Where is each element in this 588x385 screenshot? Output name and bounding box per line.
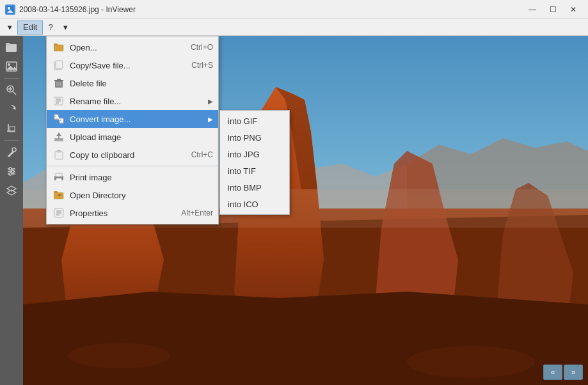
- svg-marker-12: [13, 107, 15, 110]
- menu-item-copy-save-label: Copy/Save file...: [70, 61, 186, 70]
- sidebar-layers-icon[interactable]: [3, 182, 20, 200]
- menu-item-properties[interactable]: Properties Alt+Enter: [47, 204, 218, 222]
- menubar: ▾ Edit ? ▾: [0, 19, 588, 36]
- svg-point-37: [407, 346, 535, 378]
- submenu-item-jpg[interactable]: into JPG: [220, 146, 289, 162]
- menu-item-open[interactable]: Open... Ctrl+O: [47, 38, 218, 56]
- edit-menu-button[interactable]: Edit: [17, 20, 43, 35]
- submenu-bmp-label: into BMP: [228, 183, 262, 192]
- svg-point-1: [8, 7, 10, 10]
- submenu-ico-label: into ICO: [228, 200, 258, 209]
- menu-item-clipboard-shortcut: Ctrl+C: [191, 150, 213, 159]
- minimize-button[interactable]: —: [523, 3, 542, 16]
- menu-item-convert-label: Convert image...: [70, 114, 205, 124]
- directory-icon: [52, 188, 66, 202]
- menu-item-directory-label: Open Directory: [70, 191, 213, 200]
- svg-point-6: [8, 63, 10, 66]
- sidebar-crop-icon[interactable]: [3, 120, 20, 138]
- menu-item-properties-shortcut: Alt+Enter: [181, 208, 213, 217]
- submenu-item-ico[interactable]: into ICO: [220, 196, 289, 212]
- prev-button[interactable]: «: [543, 365, 562, 380]
- svg-line-59: [58, 117, 60, 120]
- sidebar-rotate-icon[interactable]: [3, 100, 20, 118]
- nav-arrows: « »: [543, 365, 583, 380]
- menu-item-open-shortcut: Ctrl+O: [191, 43, 213, 52]
- copy-save-icon: [52, 58, 66, 72]
- dropdown-arrow-button[interactable]: ▾: [3, 20, 17, 35]
- svg-point-16: [12, 148, 16, 152]
- svg-point-57: [60, 120, 61, 121]
- submenu-tif-label: into TIF: [228, 166, 256, 176]
- menu-item-copy-save[interactable]: Copy/Save file... Ctrl+S: [47, 56, 218, 74]
- svg-marker-61: [56, 132, 61, 136]
- sidebar: [0, 36, 23, 385]
- submenu-item-bmp[interactable]: into BMP: [220, 179, 289, 196]
- sidebar-image-icon[interactable]: [3, 58, 20, 75]
- help-arrow-button[interactable]: ▾: [58, 20, 73, 35]
- menu-item-delete[interactable]: Delete file: [47, 74, 218, 92]
- upload-icon: [52, 130, 66, 144]
- svg-line-9: [13, 91, 16, 95]
- submenu: into GIF into PNG into JPG into TIF into…: [219, 110, 290, 215]
- svg-rect-4: [6, 43, 10, 45]
- folder-open-icon: [52, 40, 66, 54]
- maximize-button[interactable]: ☐: [543, 3, 562, 16]
- window-title: 2008-03-14-135926.jpg - InViewer: [19, 5, 136, 14]
- svg-marker-23: [7, 186, 16, 191]
- titlebar: 2008-03-14-135926.jpg - InViewer — ☐ ✕: [0, 0, 588, 19]
- menu-item-clipboard[interactable]: Copy to clipboard Ctrl+C: [47, 146, 218, 164]
- svg-point-21: [12, 170, 14, 173]
- svg-rect-68: [54, 192, 63, 199]
- svg-point-22: [9, 173, 12, 175]
- menu-item-upload-label: Upload image: [70, 132, 213, 142]
- menu-item-print[interactable]: Print image: [47, 168, 218, 186]
- svg-rect-69: [54, 191, 58, 193]
- rename-icon: [52, 94, 66, 108]
- menu-item-convert[interactable]: Convert image... ▶ into GIF into PNG int…: [47, 110, 218, 128]
- svg-point-36: [68, 343, 170, 368]
- menu-item-print-label: Print image: [70, 173, 213, 182]
- dropdown-menu: Open... Ctrl+O Copy/Save file... Ctrl+S …: [46, 36, 219, 224]
- convert-arrow-icon: ▶: [208, 116, 213, 123]
- menu-item-directory[interactable]: Open Directory: [47, 186, 218, 204]
- help-menu-button[interactable]: ?: [43, 20, 58, 35]
- submenu-item-gif[interactable]: into GIF: [220, 113, 289, 129]
- svg-rect-64: [57, 150, 61, 152]
- submenu-png-label: into PNG: [228, 133, 262, 143]
- main-layout: Open... Ctrl+O Copy/Save file... Ctrl+S …: [0, 36, 588, 385]
- submenu-item-tif[interactable]: into TIF: [220, 162, 289, 179]
- svg-rect-45: [57, 79, 61, 80]
- svg-rect-42: [56, 61, 63, 68]
- properties-icon: [52, 206, 66, 220]
- menu-item-rename-label: Rename file...: [70, 97, 205, 106]
- svg-rect-63: [55, 152, 63, 159]
- convert-icon: [52, 112, 66, 126]
- sidebar-tools-icon[interactable]: [3, 143, 20, 161]
- rename-arrow-icon: ▶: [208, 98, 213, 105]
- menu-item-clipboard-label: Copy to clipboard: [70, 150, 186, 160]
- print-icon: [52, 170, 66, 184]
- titlebar-controls: — ☐ ✕: [523, 3, 583, 16]
- close-button[interactable]: ✕: [564, 3, 583, 16]
- menu-item-rename[interactable]: Rename file... ▶: [47, 92, 218, 110]
- menu-item-properties-label: Properties: [70, 208, 176, 218]
- svg-rect-40: [54, 43, 58, 45]
- trash-icon: [52, 76, 66, 90]
- submenu-item-png[interactable]: into PNG: [220, 129, 289, 146]
- titlebar-left: 2008-03-14-135926.jpg - InViewer: [5, 4, 136, 15]
- svg-rect-67: [56, 178, 61, 181]
- menu-item-copy-save-shortcut: Ctrl+S: [191, 61, 213, 70]
- svg-point-54: [55, 116, 56, 117]
- sidebar-divider-2: [4, 140, 19, 141]
- sidebar-divider-1: [4, 78, 19, 79]
- next-button[interactable]: »: [564, 365, 583, 380]
- svg-rect-44: [54, 80, 63, 81]
- svg-rect-66: [56, 173, 62, 177]
- menu-item-upload[interactable]: Upload image: [47, 128, 218, 146]
- svg-marker-24: [7, 190, 16, 195]
- sidebar-zoom-icon[interactable]: [3, 81, 20, 99]
- clipboard-icon: [52, 148, 66, 162]
- sidebar-adjust-icon[interactable]: [3, 162, 20, 180]
- sidebar-folder-icon[interactable]: [3, 38, 20, 56]
- content-area: Open... Ctrl+O Copy/Save file... Ctrl+S …: [23, 36, 588, 385]
